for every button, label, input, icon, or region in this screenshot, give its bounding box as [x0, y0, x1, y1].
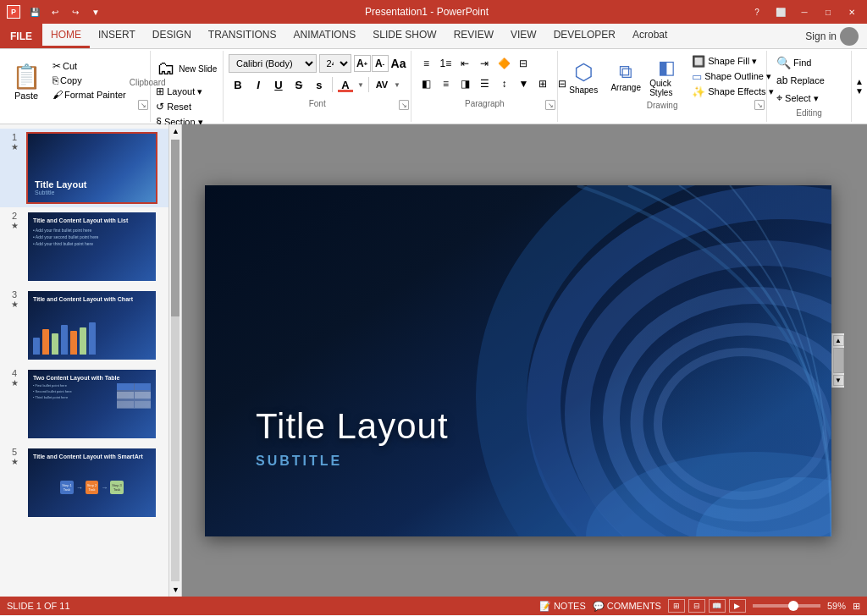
bullets-button[interactable]: ≡ [417, 54, 435, 73]
zoom-slider[interactable] [753, 604, 820, 608]
strikethrough-button[interactable]: S [290, 75, 308, 94]
main-slide[interactable]: Title Layout SUBTITLE [205, 185, 831, 536]
format-painter-button[interactable]: 🖌 Format Painter [49, 88, 130, 102]
slide-thumb-2[interactable]: 2 ★ Title and Content Layout with List •… [0, 207, 181, 286]
tab-animations[interactable]: ANIMATIONS [284, 24, 364, 48]
quick-styles-button[interactable]: ◧ Quick Styles [648, 55, 685, 99]
font-size-buttons: A+ A- [354, 55, 389, 72]
ribbon-group-editing: 🔍 Find ab Replace ⌖ Select ▾ Editing [767, 51, 852, 122]
increase-indent-button[interactable]: ⇥ [475, 54, 494, 73]
tab-review[interactable]: REVIEW [445, 24, 502, 48]
tab-home[interactable]: HOME [42, 24, 90, 48]
drawing-launcher[interactable]: ↘ [754, 100, 765, 110]
align-right-button[interactable]: ◨ [456, 74, 474, 93]
minimize-button[interactable]: ─ [796, 3, 813, 20]
smart-art-button[interactable]: 🔶 [494, 54, 513, 73]
ribbon-scroll-up[interactable]: ▲ [855, 77, 864, 86]
font-color-button[interactable]: A [336, 75, 355, 94]
slide-thumb-3[interactable]: 3 ★ Title and Content Layout with Chart [0, 286, 181, 365]
normal-view-button[interactable]: ⊞ [668, 599, 685, 613]
canvas-scroll-thumb[interactable] [833, 348, 844, 373]
maximize-button[interactable]: □ [820, 3, 837, 20]
columns-button[interactable]: ⊟ [514, 54, 533, 73]
slide-subtitle[interactable]: SUBTITLE [256, 454, 449, 469]
character-spacing-button[interactable]: AV [373, 75, 391, 94]
slide-scroll-up[interactable]: ▲ [169, 124, 181, 138]
slide-background-swirl [205, 185, 831, 536]
find-button[interactable]: 🔍 Find [772, 54, 829, 71]
layout-button[interactable]: ⊞ Layout ▾ [152, 85, 207, 98]
slideshow-button[interactable]: ▶ [729, 599, 746, 613]
fit-slide-button[interactable]: 59% [827, 601, 846, 611]
slide-title[interactable]: Title Layout [256, 406, 449, 447]
increase-font-size-button[interactable]: A+ [354, 55, 371, 72]
arrange-icon: ⧉ [619, 61, 632, 83]
shapes-button[interactable]: ⬡ Shapes [563, 58, 604, 96]
slide-thumb-1[interactable]: 1 ★ Title Layout Subtitle [0, 129, 181, 207]
bold-button[interactable]: B [229, 75, 247, 94]
justify-button[interactable]: ☰ [475, 74, 494, 93]
slide-sorter-button[interactable]: ⊟ [688, 599, 705, 613]
italic-button[interactable]: I [249, 75, 268, 94]
comments-button[interactable]: 💬 COMMENTS [593, 601, 661, 612]
select-button[interactable]: ⌖ Select ▾ [772, 90, 829, 107]
paste-icon: 📋 [12, 63, 41, 91]
reading-view-button[interactable]: 📖 [709, 599, 726, 613]
arrange-button[interactable]: ⧉ Arrange [607, 59, 644, 94]
line-spacing-button[interactable]: ↕ [494, 74, 513, 93]
tab-design[interactable]: DESIGN [144, 24, 200, 48]
canvas-scroll-down[interactable]: ▼ [833, 375, 844, 386]
font-color-expand[interactable]: ▼ [356, 75, 365, 94]
paragraph-launcher[interactable]: ↘ [545, 100, 555, 110]
tab-developer[interactable]: DEVELOPER [545, 24, 624, 48]
slide-scroll-thumb[interactable] [171, 140, 179, 316]
slide-thumb-5[interactable]: 5 ★ Title and Content Layout with SmartA… [0, 443, 181, 522]
customize-qat-button[interactable]: ▼ [86, 3, 105, 21]
new-slide-button[interactable]: 🗂 New Slide [152, 54, 222, 83]
decrease-font-size-button[interactable]: A- [372, 55, 389, 72]
font-size-select[interactable]: 24 [319, 54, 351, 73]
help-button[interactable]: ? [748, 3, 765, 20]
clipboard-launcher[interactable]: ↘ [138, 100, 148, 110]
tab-view[interactable]: VIEW [502, 24, 545, 48]
text-direction-button[interactable]: ⊞ [533, 74, 552, 93]
reset-button[interactable]: ↺ Reset [152, 100, 196, 113]
new-slide-icon: 🗂 [157, 58, 175, 80]
font-family-select[interactable]: Calibri (Body) [229, 54, 317, 73]
tab-transitions[interactable]: TRANSITIONS [200, 24, 285, 48]
clear-formatting-button[interactable]: Aa [391, 54, 406, 73]
tab-insert[interactable]: INSERT [90, 24, 144, 48]
redo-button[interactable]: ↪ [66, 3, 85, 21]
slide-scroll-down[interactable]: ▼ [169, 583, 181, 597]
expand-cols-button[interactable]: ▼ [514, 74, 533, 93]
copy-button[interactable]: ⎘ Copy [49, 74, 130, 87]
tab-acrobat[interactable]: Acrobat [624, 24, 676, 48]
shadow-button[interactable]: s [310, 75, 329, 94]
tab-slideshow[interactable]: SLIDE SHOW [364, 24, 445, 48]
decrease-indent-button[interactable]: ⇤ [456, 54, 474, 73]
sign-in-button[interactable]: Sign in [797, 27, 867, 46]
canvas-scroll-up[interactable]: ▲ [833, 335, 844, 346]
undo-button[interactable]: ↩ [46, 3, 64, 21]
align-left-button[interactable]: ◧ [417, 74, 435, 93]
ribbon-scroll-down[interactable]: ▼ [855, 86, 864, 96]
slide-thumb-4[interactable]: 4 ★ Two Content Layout with Table • Firs… [0, 365, 181, 443]
close-button[interactable]: ✕ [843, 3, 860, 20]
fit-window-button[interactable]: ⊞ [853, 601, 860, 612]
zoom-thumb[interactable] [788, 601, 798, 611]
underline-button[interactable]: U [269, 75, 288, 94]
char-spacing-expand[interactable]: ▼ [393, 75, 401, 94]
paste-button[interactable]: 📋 Paste [5, 59, 47, 104]
font-launcher[interactable]: ↘ [399, 100, 409, 110]
ribbon-display-button[interactable]: ⬜ [772, 3, 789, 20]
align-center-button[interactable]: ≡ [436, 74, 455, 93]
shape-outline-button[interactable]: ▭ Shape Outline ▾ [688, 69, 776, 84]
save-button[interactable]: 💾 [25, 3, 44, 21]
tab-file[interactable]: FILE [0, 24, 42, 48]
numbering-button[interactable]: 1≡ [436, 54, 455, 73]
shape-fill-button[interactable]: 🔲 Shape Fill ▾ [688, 54, 776, 69]
notes-button[interactable]: 📝 NOTES [539, 601, 586, 612]
replace-button[interactable]: ab Replace [772, 73, 829, 88]
cut-button[interactable]: ✂ Cut [49, 59, 130, 73]
shape-effects-button[interactable]: ✨ Shape Effects ▾ [688, 85, 776, 99]
